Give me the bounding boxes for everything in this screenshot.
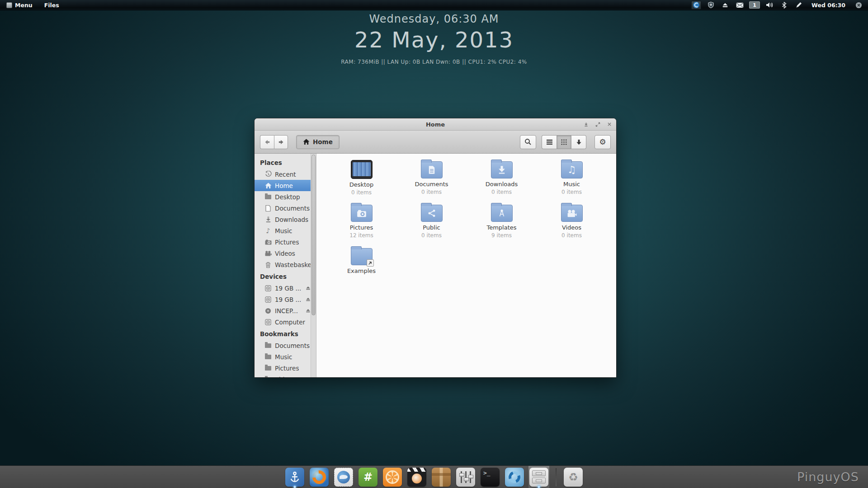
sidebar-item-downloads[interactable]: Downloads [255, 214, 316, 225]
dock-package-manager[interactable] [431, 466, 452, 488]
folder-icon [264, 353, 272, 361]
session-quit-icon[interactable] [854, 1, 863, 9]
sidebar-item-computer[interactable]: Computer [255, 316, 316, 328]
harddisk-icon [264, 296, 272, 303]
menu-button[interactable]: Menu [6, 2, 33, 9]
home-icon [264, 182, 272, 189]
file-manager-window: Home Home [255, 118, 616, 377]
sidebar-item-wastebasket[interactable]: Wastebasket [255, 259, 316, 270]
minimize-button[interactable] [583, 121, 589, 127]
file-item-downloads[interactable]: Downloads 0 items [467, 157, 537, 201]
mail-tray-icon[interactable] [735, 1, 745, 9]
sidebar-item-drive1[interactable]: 19 GB ... [255, 282, 316, 294]
orange-slice-icon [386, 470, 399, 484]
sidebar-item-cdrom[interactable]: INCEP... [255, 305, 316, 316]
tablet-pen-tray-icon[interactable] [793, 1, 803, 9]
sidebar-item-documents[interactable]: Documents [255, 202, 316, 214]
sidebar-item-pictures[interactable]: Pictures [255, 236, 316, 248]
file-item-pictures[interactable]: Pictures 12 items [326, 201, 396, 244]
sidebar-item-desktop[interactable]: Desktop [255, 191, 316, 202]
maximize-button[interactable] [594, 121, 601, 127]
scrollbar-thumb[interactable] [311, 155, 316, 315]
clapperboard-icon [407, 468, 426, 472]
back-button[interactable] [260, 135, 274, 149]
firewall-tray-icon[interactable] [691, 1, 701, 9]
harddisk-icon [264, 285, 272, 292]
dock-audio-mixer[interactable] [455, 466, 476, 488]
forward-button[interactable] [274, 135, 288, 149]
bookmark-documents[interactable]: Documents [255, 340, 316, 351]
dock-terminal[interactable]: >_ [480, 466, 500, 488]
clock-time-text: Wednesday, 06:30 AM [0, 13, 868, 25]
workspace-switcher[interactable]: 1 [749, 1, 760, 9]
eject-button[interactable] [306, 286, 311, 291]
files-appmenu[interactable]: Files [44, 2, 59, 9]
breadcrumb-home-button[interactable]: Home [296, 135, 340, 149]
bookmark-videos[interactable]: Videos [255, 374, 316, 377]
package-box-icon [440, 468, 443, 487]
panel-clock[interactable]: Wed 06:30 [811, 2, 845, 9]
bookmarks-heading: Bookmarks [255, 328, 316, 340]
sidebar-item-recent[interactable]: Recent [255, 169, 316, 180]
eject-button[interactable] [306, 308, 311, 313]
dock-firefox[interactable] [309, 466, 330, 488]
breadcrumb-label: Home [313, 138, 333, 145]
dock: # >_ ♻ PinguyOS [0, 465, 868, 488]
sort-dropdown-button[interactable] [571, 135, 586, 149]
file-item-public[interactable]: Public 0 items [396, 201, 467, 244]
dock-clementine[interactable] [382, 466, 403, 488]
dock-wastebasket[interactable]: ♻ [563, 466, 584, 488]
menu-label: Menu [15, 2, 33, 9]
templates-folder-icon [491, 205, 513, 222]
files-appmenu-label: Files [44, 2, 59, 9]
bookmark-pictures[interactable]: Pictures [255, 362, 316, 374]
mixer-sliders-icon [461, 471, 471, 483]
close-button[interactable] [606, 121, 613, 127]
file-item-videos[interactable]: Videos 0 items [537, 201, 607, 244]
music-note-icon: ♫ [567, 165, 576, 175]
dock-docky-anchor[interactable] [284, 466, 305, 488]
bookmark-music[interactable]: Music [255, 351, 316, 362]
downloads-folder-icon [491, 161, 513, 178]
file-item-examples[interactable]: Examples [326, 244, 396, 287]
sidebar-scrollbar[interactable] [311, 154, 316, 377]
file-grid[interactable]: Desktop 0 items Documents 0 items Downlo… [316, 154, 616, 377]
eject-button[interactable] [306, 297, 311, 302]
workspace-number: 1 [753, 2, 756, 8]
harddisk-icon [264, 319, 272, 326]
security-shield-icon[interactable]: i [706, 1, 716, 9]
window-titlebar[interactable]: Home [255, 118, 616, 131]
recycle-icon: ♻ [568, 471, 578, 483]
running-indicator [294, 486, 296, 488]
sidebar-item-home[interactable]: Home [255, 180, 316, 191]
dock-file-manager[interactable] [528, 466, 549, 488]
dock-openshot[interactable] [406, 466, 427, 488]
running-indicator [538, 486, 540, 488]
options-gear-button[interactable]: ⚙ [594, 135, 611, 149]
file-item-documents[interactable]: Documents 0 items [396, 157, 467, 201]
sidebar-item-music[interactable]: ♪ Music [255, 225, 316, 236]
dock-gufw-firewall[interactable] [504, 466, 525, 488]
file-item-templates[interactable]: Templates 9 items [467, 201, 537, 244]
trash-icon [264, 261, 272, 268]
desktop-clock-widget: Wednesday, 06:30 AM 22 May, 2013 RAM: 73… [0, 13, 868, 65]
dock-thunderbird[interactable] [333, 466, 354, 488]
sidebar-item-drive2[interactable]: 19 GB ... [255, 294, 316, 305]
folder-icon [264, 193, 272, 201]
list-view-button[interactable] [542, 135, 557, 149]
bluetooth-tray-icon[interactable] [779, 1, 789, 9]
file-item-music[interactable]: ♫ Music 0 items [537, 157, 607, 201]
download-icon [264, 216, 272, 223]
dock-xchat[interactable]: # [358, 466, 378, 488]
grid-view-button[interactable] [557, 135, 571, 149]
volume-tray-icon[interactable] [764, 1, 774, 9]
firewall-swirl-icon [507, 469, 523, 485]
sidebar: Places Recent Home Desktop Documents Dow… [255, 154, 316, 377]
search-button[interactable] [520, 135, 536, 149]
system-stats-text: RAM: 736MiB || LAN Up: 0B LAN Dwn: 0B ||… [0, 59, 868, 65]
video-camera-icon [264, 250, 272, 257]
eject-tray-icon[interactable] [720, 1, 730, 9]
sidebar-item-videos[interactable]: Videos [255, 248, 316, 259]
menu-icon [6, 2, 12, 8]
file-item-desktop[interactable]: Desktop 0 items [326, 157, 396, 201]
